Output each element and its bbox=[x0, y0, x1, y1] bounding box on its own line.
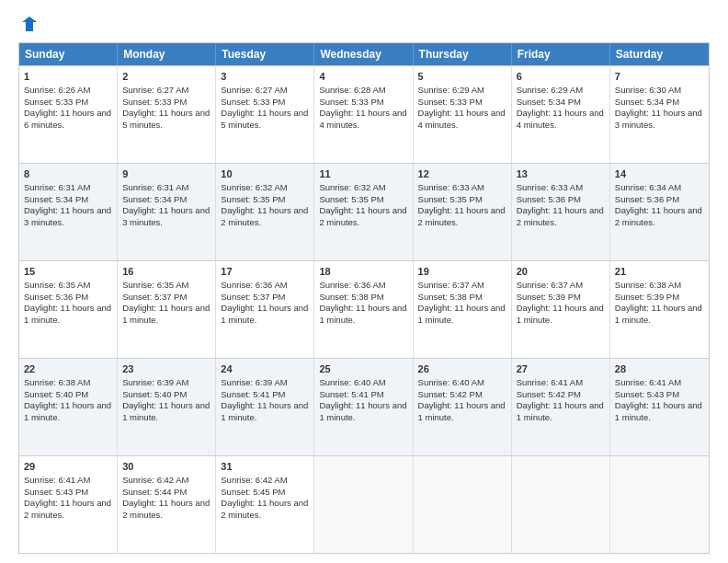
sunrise-label: Sunrise: 6:35 AM bbox=[24, 280, 90, 290]
daylight-label: Daylight: 11 hours and 2 minutes. bbox=[615, 205, 702, 227]
sunset-label: Sunset: 5:44 PM bbox=[122, 487, 187, 497]
sunrise-label: Sunrise: 6:31 AM bbox=[24, 182, 90, 192]
daylight-label: Daylight: 11 hours and 4 minutes. bbox=[319, 108, 406, 130]
sunrise-label: Sunrise: 6:33 AM bbox=[418, 182, 484, 192]
daylight-label: Daylight: 11 hours and 1 minute. bbox=[221, 400, 308, 422]
day-of-week-header: Wednesday bbox=[314, 43, 413, 65]
day-number: 21 bbox=[615, 265, 704, 279]
daylight-label: Daylight: 11 hours and 1 minute. bbox=[615, 303, 702, 325]
day-cell: 11 Sunrise: 6:32 AM Sunset: 5:35 PM Dayl… bbox=[314, 164, 413, 260]
daylight-label: Daylight: 11 hours and 2 minutes. bbox=[122, 498, 210, 520]
day-number: 5 bbox=[418, 70, 506, 84]
daylight-label: Daylight: 11 hours and 5 minutes. bbox=[122, 108, 210, 130]
sunset-label: Sunset: 5:33 PM bbox=[221, 97, 285, 107]
sunset-label: Sunset: 5:37 PM bbox=[221, 292, 285, 302]
day-cell: 25 Sunrise: 6:40 AM Sunset: 5:41 PM Dayl… bbox=[314, 359, 413, 455]
daylight-label: Daylight: 11 hours and 2 minutes. bbox=[418, 205, 506, 227]
day-cell: 15 Sunrise: 6:35 AM Sunset: 5:36 PM Dayl… bbox=[19, 261, 118, 358]
day-number: 7 bbox=[615, 70, 704, 84]
calendar-row: 15 Sunrise: 6:35 AM Sunset: 5:36 PM Dayl… bbox=[19, 260, 709, 358]
calendar: SundayMondayTuesdayWednesdayThursdayFrid… bbox=[18, 42, 710, 554]
sunset-label: Sunset: 5:36 PM bbox=[615, 194, 679, 204]
day-number: 12 bbox=[418, 167, 506, 181]
day-number: 29 bbox=[24, 460, 112, 474]
sunrise-label: Sunrise: 6:31 AM bbox=[122, 182, 188, 192]
day-number: 1 bbox=[24, 70, 112, 84]
day-number: 26 bbox=[418, 362, 506, 376]
day-cell: 24 Sunrise: 6:39 AM Sunset: 5:41 PM Dayl… bbox=[216, 359, 314, 455]
header bbox=[18, 15, 710, 33]
sunrise-label: Sunrise: 6:35 AM bbox=[122, 280, 188, 290]
sunrise-label: Sunrise: 6:40 AM bbox=[418, 377, 484, 387]
day-number: 11 bbox=[319, 167, 407, 181]
day-cell: 22 Sunrise: 6:38 AM Sunset: 5:40 PM Dayl… bbox=[19, 359, 118, 455]
sunset-label: Sunset: 5:41 PM bbox=[221, 389, 285, 399]
day-number: 3 bbox=[221, 70, 309, 84]
daylight-label: Daylight: 11 hours and 4 minutes. bbox=[517, 108, 604, 130]
daylight-label: Daylight: 11 hours and 2 minutes. bbox=[24, 498, 111, 520]
empty-cell bbox=[314, 456, 413, 553]
day-cell: 7 Sunrise: 6:30 AM Sunset: 5:34 PM Dayli… bbox=[610, 66, 709, 163]
day-number: 6 bbox=[517, 70, 605, 84]
day-number: 9 bbox=[122, 167, 210, 181]
day-cell: 18 Sunrise: 6:36 AM Sunset: 5:38 PM Dayl… bbox=[314, 261, 413, 358]
sunset-label: Sunset: 5:42 PM bbox=[517, 389, 581, 399]
sunrise-label: Sunrise: 6:36 AM bbox=[319, 280, 385, 290]
day-number: 4 bbox=[319, 70, 407, 84]
logo-text bbox=[18, 15, 39, 33]
sunrise-label: Sunrise: 6:32 AM bbox=[221, 182, 287, 192]
calendar-body: 1 Sunrise: 6:26 AM Sunset: 5:33 PM Dayli… bbox=[19, 65, 709, 553]
sunset-label: Sunset: 5:35 PM bbox=[319, 194, 383, 204]
day-cell: 5 Sunrise: 6:29 AM Sunset: 5:33 PM Dayli… bbox=[414, 66, 512, 163]
calendar-row: 29 Sunrise: 6:41 AM Sunset: 5:43 PM Dayl… bbox=[19, 455, 709, 553]
day-of-week-header: Sunday bbox=[19, 43, 118, 65]
sunset-label: Sunset: 5:34 PM bbox=[122, 194, 187, 204]
empty-cell bbox=[512, 456, 610, 553]
day-cell: 27 Sunrise: 6:41 AM Sunset: 5:42 PM Dayl… bbox=[512, 359, 610, 455]
calendar-row: 1 Sunrise: 6:26 AM Sunset: 5:33 PM Dayli… bbox=[19, 65, 709, 163]
daylight-label: Daylight: 11 hours and 2 minutes. bbox=[221, 205, 308, 227]
day-cell: 9 Sunrise: 6:31 AM Sunset: 5:34 PM Dayli… bbox=[118, 164, 216, 260]
day-number: 2 bbox=[122, 70, 210, 84]
sunset-label: Sunset: 5:34 PM bbox=[615, 97, 679, 107]
sunset-label: Sunset: 5:34 PM bbox=[517, 97, 581, 107]
sunrise-label: Sunrise: 6:41 AM bbox=[517, 377, 583, 387]
day-number: 17 bbox=[221, 265, 309, 279]
sunset-label: Sunset: 5:37 PM bbox=[122, 292, 187, 302]
logo bbox=[18, 15, 39, 33]
logo-flag-icon bbox=[20, 15, 39, 33]
daylight-label: Daylight: 11 hours and 6 minutes. bbox=[24, 108, 111, 130]
sunrise-label: Sunrise: 6:27 AM bbox=[221, 85, 287, 95]
sunset-label: Sunset: 5:39 PM bbox=[615, 292, 679, 302]
sunset-label: Sunset: 5:40 PM bbox=[24, 389, 88, 399]
day-number: 28 bbox=[615, 362, 704, 376]
empty-cell bbox=[414, 456, 512, 553]
day-number: 30 bbox=[122, 460, 210, 474]
day-cell: 21 Sunrise: 6:38 AM Sunset: 5:39 PM Dayl… bbox=[610, 261, 709, 358]
day-cell: 26 Sunrise: 6:40 AM Sunset: 5:42 PM Dayl… bbox=[414, 359, 512, 455]
sunset-label: Sunset: 5:42 PM bbox=[418, 389, 483, 399]
sunset-label: Sunset: 5:33 PM bbox=[24, 97, 88, 107]
sunset-label: Sunset: 5:35 PM bbox=[221, 194, 285, 204]
day-number: 10 bbox=[221, 167, 309, 181]
sunrise-label: Sunrise: 6:34 AM bbox=[615, 182, 681, 192]
sunrise-label: Sunrise: 6:41 AM bbox=[615, 377, 681, 387]
sunset-label: Sunset: 5:38 PM bbox=[418, 292, 483, 302]
day-cell: 10 Sunrise: 6:32 AM Sunset: 5:35 PM Dayl… bbox=[216, 164, 314, 260]
sunrise-label: Sunrise: 6:37 AM bbox=[517, 280, 583, 290]
daylight-label: Daylight: 11 hours and 2 minutes. bbox=[319, 205, 406, 227]
day-cell: 4 Sunrise: 6:28 AM Sunset: 5:33 PM Dayli… bbox=[314, 66, 413, 163]
day-cell: 14 Sunrise: 6:34 AM Sunset: 5:36 PM Dayl… bbox=[610, 164, 709, 260]
sunrise-label: Sunrise: 6:32 AM bbox=[319, 182, 385, 192]
daylight-label: Daylight: 11 hours and 1 minute. bbox=[615, 400, 702, 422]
daylight-label: Daylight: 11 hours and 1 minute. bbox=[319, 303, 406, 325]
day-of-week-header: Monday bbox=[118, 43, 216, 65]
daylight-label: Daylight: 11 hours and 1 minute. bbox=[24, 303, 111, 325]
sunset-label: Sunset: 5:34 PM bbox=[24, 194, 88, 204]
calendar-row: 8 Sunrise: 6:31 AM Sunset: 5:34 PM Dayli… bbox=[19, 163, 709, 260]
day-of-week-header: Saturday bbox=[610, 43, 709, 65]
day-cell: 3 Sunrise: 6:27 AM Sunset: 5:33 PM Dayli… bbox=[216, 66, 314, 163]
daylight-label: Daylight: 11 hours and 1 minute. bbox=[418, 303, 506, 325]
daylight-label: Daylight: 11 hours and 1 minute. bbox=[517, 303, 604, 325]
day-number: 15 bbox=[24, 265, 112, 279]
